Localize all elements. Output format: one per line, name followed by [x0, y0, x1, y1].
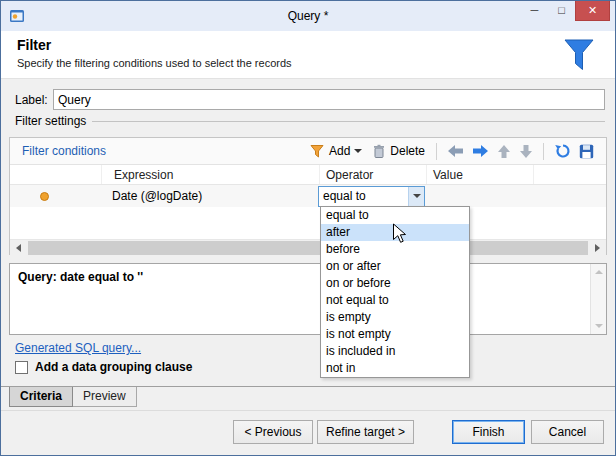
generated-sql-link[interactable]: Generated SQL query... — [15, 341, 141, 355]
query-dialog-window: Query * ─ □ ✕ Filter Specify the filteri… — [0, 0, 616, 456]
dropdown-item[interactable]: is included in — [321, 343, 469, 360]
scroll-right-button[interactable] — [589, 240, 606, 256]
move-left-button[interactable] — [443, 141, 468, 161]
scroll-left-button[interactable] — [10, 240, 27, 256]
operator-value: equal to — [319, 187, 408, 206]
chevron-down-icon — [413, 194, 421, 202]
delete-button-label: Delete — [390, 144, 425, 158]
minimize-button[interactable]: ─ — [521, 1, 548, 21]
save-button[interactable] — [575, 141, 598, 162]
query-summary-text: Query: date equal to '' — [18, 270, 143, 284]
move-up-button[interactable] — [493, 141, 515, 162]
triangle-up-icon — [595, 266, 603, 274]
trash-icon — [372, 144, 386, 159]
grouping-checkbox-label: Add a data grouping clause — [35, 360, 192, 374]
refine-target-button[interactable]: Refine target > — [317, 420, 414, 444]
add-funnel-icon — [310, 144, 325, 158]
toolbar-separator — [436, 143, 437, 160]
expression-cell[interactable]: Date (@logDate) — [100, 185, 318, 207]
operator-combobox[interactable]: equal to — [318, 186, 425, 207]
mouse-cursor — [392, 223, 407, 244]
column-header-value[interactable]: Value — [427, 165, 534, 184]
save-icon — [579, 144, 594, 159]
page-subtitle: Specify the filtering conditions used to… — [17, 57, 599, 69]
triangle-right-icon — [595, 244, 600, 252]
label-field-caption: Label: — [15, 93, 48, 107]
condition-bullet-icon — [40, 192, 49, 201]
conditions-toolbar: Filter conditions Add Delete — [10, 138, 606, 165]
delete-button[interactable]: Delete — [367, 141, 430, 162]
move-down-button[interactable] — [515, 141, 537, 162]
table-row[interactable]: Date (@logDate) equal to — [10, 185, 606, 207]
page-title: Filter — [17, 37, 599, 53]
triangle-down-icon — [595, 324, 603, 332]
triangle-left-icon — [16, 244, 21, 252]
close-button[interactable]: ✕ — [575, 1, 610, 21]
group-label: Filter settings — [15, 114, 86, 128]
window-controls: ─ □ ✕ — [521, 1, 610, 21]
maximize-button[interactable]: □ — [548, 1, 575, 21]
query-summary-box: Query: date equal to '' — [9, 263, 607, 335]
table-empty-area — [10, 207, 606, 239]
cancel-button[interactable]: Cancel — [531, 420, 604, 444]
tab-criteria[interactable]: Criteria — [9, 387, 73, 407]
titlebar[interactable]: Query * ─ □ ✕ — [1, 1, 615, 31]
grouping-checkbox[interactable] — [15, 361, 28, 374]
dropdown-item[interactable]: on or after — [321, 258, 469, 275]
tab-preview[interactable]: Preview — [73, 387, 137, 407]
arrow-left-icon — [447, 144, 464, 158]
refresh-icon — [554, 143, 571, 159]
horizontal-scrollbar[interactable] — [10, 239, 606, 256]
table-header: Expression Operator Value — [10, 165, 606, 185]
column-header-expression[interactable]: Expression — [102, 165, 320, 184]
move-right-button[interactable] — [468, 141, 493, 161]
column-header-filler — [534, 165, 606, 184]
previous-button[interactable]: < Previous — [233, 420, 313, 444]
footer-bar: < Previous Refine target > Finish Cancel — [1, 410, 615, 455]
group-separator-line — [92, 121, 605, 122]
scroll-down-button — [591, 319, 606, 334]
filter-settings-group: Filter settings — [15, 114, 605, 128]
arrow-down-icon — [519, 144, 533, 159]
column-header-marker[interactable] — [10, 165, 102, 184]
filter-conditions-panel: Filter conditions Add Delete — [9, 137, 607, 255]
dropdown-item[interactable]: on or before — [321, 275, 469, 292]
combobox-dropdown-button[interactable] — [408, 187, 424, 206]
dropdown-item[interactable]: not equal to — [321, 292, 469, 309]
dropdown-item[interactable]: is not empty — [321, 326, 469, 343]
arrow-right-icon — [472, 144, 489, 158]
tab-strip: Criteria Preview — [1, 386, 615, 407]
column-header-operator[interactable]: Operator — [320, 165, 427, 184]
arrow-up-icon — [497, 144, 511, 159]
add-button[interactable]: Add — [305, 141, 367, 161]
dropdown-item[interactable]: not in — [321, 360, 469, 377]
grouping-checkbox-row: Add a data grouping clause — [15, 360, 192, 374]
dropdown-item[interactable]: equal to — [321, 207, 469, 224]
filter-funnel-icon — [563, 39, 595, 72]
scroll-up-button — [591, 264, 606, 279]
refresh-button[interactable] — [550, 140, 575, 162]
label-input[interactable] — [53, 89, 605, 110]
vertical-scrollbar — [590, 264, 606, 334]
horizontal-scrollbar-thumb[interactable] — [28, 241, 588, 255]
dropdown-item[interactable]: is empty — [321, 309, 469, 326]
chevron-down-icon — [354, 149, 362, 157]
dialog-header: Filter Specify the filtering conditions … — [1, 31, 615, 79]
conditions-caption: Filter conditions — [22, 144, 106, 158]
add-button-label: Add — [329, 144, 350, 158]
toolbar-separator — [543, 143, 544, 160]
finish-button[interactable]: Finish — [452, 420, 525, 444]
